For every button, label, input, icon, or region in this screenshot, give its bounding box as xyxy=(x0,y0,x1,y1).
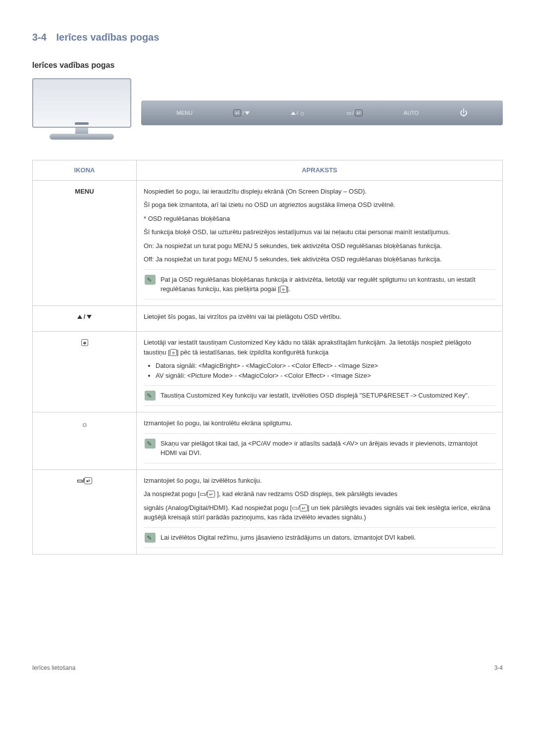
row-source-desc: Izmantojiet šo pogu, lai izvēlētos funkc… xyxy=(137,469,503,554)
row-bright-desc: Izmantojiet šo pogu, lai kontrolētu ekrā… xyxy=(137,412,503,470)
row-source-label: ▭/↵ xyxy=(33,469,137,554)
note: Skaņu var pielāgot tikai tad, ja <PC/AV … xyxy=(144,433,495,463)
row-custom-desc: Lietotāji var iestatīt taustiņam Customi… xyxy=(137,332,503,412)
enter-icon: ↵ xyxy=(233,109,241,116)
row-arrows-label: / xyxy=(33,305,137,332)
th-desc: APRAKSTS xyxy=(137,160,503,181)
up-icon xyxy=(77,315,82,319)
row-menu-label: MENU xyxy=(33,180,137,305)
bar-auto: AUTO xyxy=(404,109,419,117)
table-row: ▭/↵ Izmantojiet šo pogu, lai izvēlētos f… xyxy=(33,469,503,554)
brightness-icon xyxy=(81,421,88,428)
button-bar: MENU ↵ / / ▭ / ↵ AUTO xyxy=(141,101,503,125)
custom-key-icon: ⎆ xyxy=(170,349,177,356)
row-custom-label: ⎆ xyxy=(33,332,137,412)
row-arrows-desc: Lietojiet šīs pogas, lai virzītos pa izv… xyxy=(137,305,503,332)
note-icon xyxy=(145,533,156,543)
enter2-icon: ↵ xyxy=(355,109,363,116)
note-icon xyxy=(145,275,156,285)
note-icon xyxy=(145,439,156,449)
table-row: / Lietojiet šīs pogas, lai virzītos pa i… xyxy=(33,305,503,332)
row-menu-desc: Nospiediet šo pogu, lai ieraudzītu displ… xyxy=(137,180,503,305)
brightness-icon xyxy=(299,108,306,118)
down-icon xyxy=(245,111,250,115)
page-footer: Ierīces lietošana 3-4 xyxy=(32,663,503,672)
note: Taustiņa Customized Key funkciju var ies… xyxy=(144,385,495,406)
bar-up-bright: / xyxy=(291,108,306,118)
down-icon xyxy=(87,315,92,319)
note-icon xyxy=(145,391,156,401)
bar-source-enter: ▭ / ↵ xyxy=(346,109,363,117)
power-icon xyxy=(460,107,468,119)
description-table: IKONA APRAKSTS MENU Nospiediet šo pogu, … xyxy=(32,160,503,554)
enter-icon: ↵ xyxy=(84,477,92,484)
th-icon: IKONA xyxy=(33,160,137,181)
custom-key-icon: ⎆ xyxy=(81,339,88,346)
table-row: ⎆ Lietotāji var iestatīt taustiņam Custo… xyxy=(33,332,503,412)
list-item: Datora signāli: <MagicBright> - <MagicCo… xyxy=(156,361,495,371)
custom-key-icon: ⎆ xyxy=(280,286,287,293)
section-number: 3-4 xyxy=(32,32,47,43)
row-bright-label xyxy=(33,412,137,470)
table-row: Izmantojiet šo pogu, lai kontrolētu ekrā… xyxy=(33,412,503,470)
note: Pat ja OSD regulēšanas bloķēšanas funkci… xyxy=(144,269,495,300)
subheading: Ierīces vadības pogas xyxy=(32,59,503,71)
bullet-list: Datora signāli: <MagicBright> - <MagicCo… xyxy=(156,361,495,380)
monitor-graphic xyxy=(32,78,131,140)
source-icon: ▭ xyxy=(346,109,351,117)
bar-menu: MENU xyxy=(176,109,192,117)
source-enter-icon: ▭/↵ xyxy=(200,490,215,498)
note: Lai izvēlētos Digital režīmu, jums jāsav… xyxy=(144,527,495,548)
source-icon: ▭ xyxy=(77,477,83,484)
footer-right: 3-4 xyxy=(494,663,503,672)
bar-enter-down: ↵ / xyxy=(233,109,250,117)
table-row: MENU Nospiediet šo pogu, lai ieraudzītu … xyxy=(33,180,503,305)
source-enter-icon: ▭/↵ xyxy=(292,504,308,511)
illustration: MENU ↵ / / ▭ / ↵ AUTO xyxy=(32,78,503,140)
footer-left: Ierīces lietošana xyxy=(32,663,75,672)
section-title: Ierīces vadības pogas xyxy=(56,32,159,43)
section-header: 3-4 Ierīces vadības pogas xyxy=(32,30,503,45)
list-item: AV signāli: <Picture Mode> - <MagicColor… xyxy=(156,371,495,381)
up-icon xyxy=(291,111,296,115)
